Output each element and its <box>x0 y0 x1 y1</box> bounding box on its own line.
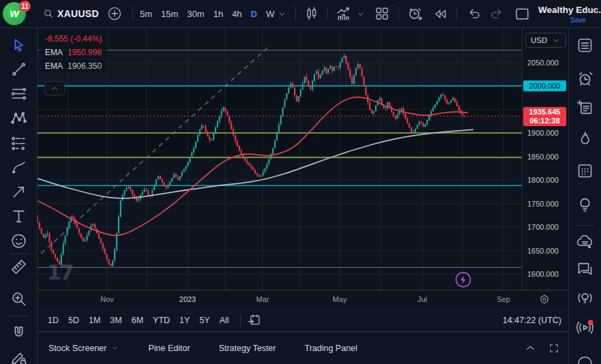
divider <box>398 7 399 20</box>
minds-icon[interactable] <box>576 233 594 252</box>
trend-line-icon[interactable] <box>10 60 28 78</box>
chart-plot[interactable]: 17 <box>38 27 522 290</box>
redo-button[interactable] <box>488 0 504 27</box>
time-tick-Sep: Sep <box>497 295 510 303</box>
utc-clock[interactable]: 14:47:22 (UTC) <box>503 316 561 325</box>
range-1y[interactable]: 1Y <box>175 313 194 328</box>
price-tick: 1900.000 <box>527 129 559 137</box>
tab-trading-panel[interactable]: Trading Panel <box>304 344 357 353</box>
emoji-icon[interactable] <box>10 232 28 250</box>
bulb-waves-icon[interactable] <box>576 289 594 307</box>
chart-legend: -8.555 (-0.44%) EMA1950.998EMA1906.350 <box>40 33 107 74</box>
legend-collapse-button[interactable] <box>44 81 65 95</box>
range-1d[interactable]: 1D <box>43 313 63 328</box>
layout-select-button[interactable] <box>514 0 531 27</box>
timeframe-1h[interactable]: 1h <box>214 9 223 19</box>
range-3m[interactable]: 3M <box>105 313 126 328</box>
indicator-value: 1950.998 <box>68 48 102 57</box>
divider <box>132 7 133 20</box>
cursor-icon[interactable] <box>10 36 28 55</box>
tab-label: Strategy Tester <box>219 344 276 353</box>
indicator-label: EMA <box>45 61 63 71</box>
range-toolbar: 1D5D1M3M6MYTD1Y5YAll 14:47:22 (UTC) <box>38 309 568 332</box>
tradingview-app: w 11 XAUUSD 5m15m30m1h4hDW Wealthy Educ.… <box>0 0 601 364</box>
panel-maximize-icon[interactable] <box>548 342 560 354</box>
range-6m[interactable]: 6M <box>127 313 148 328</box>
range-5y[interactable]: 5Y <box>194 313 214 328</box>
stream-icon[interactable] <box>576 318 594 337</box>
last-price-value: 1935.645 <box>529 108 561 117</box>
forecast-icon[interactable] <box>10 134 28 153</box>
magnet-icon[interactable] <box>10 324 28 343</box>
journal-plus-icon[interactable] <box>576 99 594 117</box>
watchlist-icon[interactable] <box>576 36 594 55</box>
timeframe-D[interactable]: D <box>251 9 257 19</box>
currency-dropdown[interactable]: USD <box>525 33 566 48</box>
draw-lock-icon[interactable] <box>10 348 28 364</box>
calendar-icon[interactable] <box>576 162 594 180</box>
time-tick-2023: 2023 <box>179 295 196 303</box>
timeframe-expand-icon[interactable] <box>277 0 287 27</box>
legend-indicator-row[interactable]: EMA1950.998 <box>40 46 107 59</box>
range-1m[interactable]: 1M <box>84 313 105 328</box>
bar-replay-button[interactable] <box>433 0 448 27</box>
timeframe-4h[interactable]: 4h <box>232 9 241 19</box>
bulb-icon[interactable] <box>576 196 594 214</box>
create-alert-button[interactable] <box>407 0 424 27</box>
indicator-label: EMA <box>45 48 63 57</box>
layout-grid-button[interactable] <box>374 0 390 27</box>
drawing-toolbar <box>0 28 38 364</box>
time-tick-Mar: Mar <box>256 295 269 303</box>
divider <box>456 7 457 20</box>
logo-glyph: w <box>10 7 18 20</box>
ruler-icon[interactable] <box>10 258 28 276</box>
timeframe-W[interactable]: W <box>266 9 274 19</box>
divider <box>9 316 29 316</box>
divider <box>327 7 327 20</box>
timeframe-15m[interactable]: 15m <box>161 9 178 19</box>
bar-countdown: 06:12:38 <box>529 117 559 125</box>
alert-icon[interactable] <box>576 70 594 88</box>
fib-lines-icon[interactable] <box>10 85 28 103</box>
go-to-date-icon[interactable] <box>247 313 261 327</box>
timeframe-5m[interactable]: 5m <box>140 9 152 19</box>
chart-style-button[interactable] <box>304 0 320 27</box>
arrow-icon[interactable] <box>10 183 28 201</box>
undo-button[interactable] <box>467 0 482 27</box>
search-icon[interactable] <box>42 0 55 27</box>
chat-icon[interactable] <box>576 260 594 278</box>
axis-settings-gear-icon[interactable] <box>538 293 551 305</box>
compare-add-icon[interactable] <box>107 0 122 27</box>
price-tick: 1650.000 <box>527 247 559 255</box>
bottom-panel-bar: Stock ScreenerPine EditorStrategy Tester… <box>38 332 568 364</box>
tab-label: Stock Screener <box>48 344 106 353</box>
currency-label: USD <box>531 36 547 44</box>
range-5d[interactable]: 5D <box>63 313 84 328</box>
flame-icon[interactable] <box>576 130 594 148</box>
price-axis[interactable]: USD 2050.0001950.0001900.0001850.0001800… <box>522 27 568 290</box>
tab-strategy-tester[interactable]: Strategy Tester <box>219 344 276 353</box>
indicators-expand-icon[interactable] <box>355 0 366 27</box>
notification-badge[interactable]: 11 <box>19 1 31 12</box>
circle-partial-icon[interactable] <box>576 350 594 364</box>
legend-indicator-row[interactable]: EMA1906.350 <box>40 60 107 72</box>
tab-pine-editor[interactable]: Pine Editor <box>148 344 190 353</box>
save-button[interactable]: Save <box>570 16 586 24</box>
text-icon[interactable] <box>10 207 28 226</box>
brush-icon[interactable] <box>10 158 28 177</box>
time-tick-May: May <box>333 295 347 303</box>
range-all[interactable]: All <box>215 313 234 328</box>
layout-title[interactable]: Wealthy Educ. <box>538 5 601 15</box>
timeframe-30m[interactable]: 30m <box>187 9 204 19</box>
tab-stock-screener[interactable]: Stock Screener <box>48 344 119 353</box>
zoom-in-icon[interactable] <box>10 290 28 308</box>
indicators-button[interactable] <box>335 0 352 27</box>
price-change-label[interactable]: -8.555 (-0.44%) <box>40 33 107 45</box>
time-axis[interactable]: Nov2023MarMayJulSep <box>38 290 568 309</box>
symbol-search-button[interactable]: XAUUSD <box>57 0 99 27</box>
panel-collapse-icon[interactable] <box>524 342 537 354</box>
xabcd-icon[interactable] <box>10 109 28 127</box>
time-tick-Jul: Jul <box>417 295 427 303</box>
chart-canvas[interactable]: 17 -8.555 (-0.44%) EMA1950.998EMA1906.35… <box>38 27 522 290</box>
range-ytd[interactable]: YTD <box>148 313 175 328</box>
